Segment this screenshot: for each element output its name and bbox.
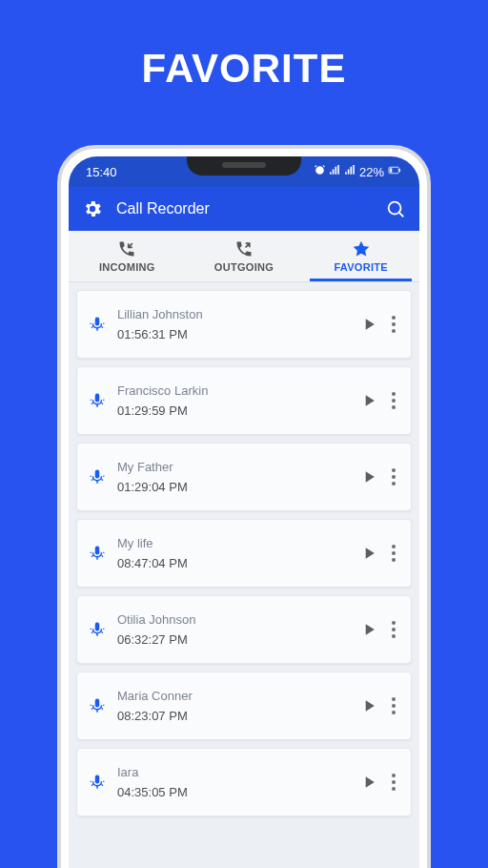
tab-outgoing-label: OUTGOING	[214, 261, 274, 273]
mic-icon	[87, 619, 108, 640]
recording-name: My Father	[117, 460, 357, 474]
alarm-icon	[314, 164, 326, 179]
more-button[interactable]	[384, 316, 403, 333]
app-title: Call Recorder	[116, 200, 210, 217]
recording-time: 08:23:07 PM	[117, 709, 357, 723]
recording-name: Francisco Larkin	[117, 383, 357, 398]
play-button[interactable]	[357, 467, 380, 486]
recording-name: Maria Conner	[117, 689, 357, 703]
play-button[interactable]	[357, 773, 380, 792]
promo-title: FAVORITE	[0, 0, 488, 92]
recording-time: 06:32:27 PM	[117, 632, 357, 647]
mic-icon	[87, 695, 108, 716]
recording-name: Iara	[117, 765, 357, 779]
settings-button[interactable]	[82, 198, 103, 219]
recording-time: 01:29:59 PM	[117, 403, 357, 418]
mic-icon	[87, 390, 108, 411]
recording-time: 01:29:04 PM	[117, 480, 357, 494]
tabs: INCOMING OUTGOING FAVORITE	[69, 231, 419, 282]
more-button[interactable]	[384, 697, 403, 714]
recording-time: 04:35:05 PM	[117, 785, 357, 799]
status-time: 15:40	[86, 165, 117, 179]
recording-name: My life	[117, 536, 357, 550]
recording-item[interactable]: Otilia Johnson 06:32:27 PM	[76, 595, 412, 664]
play-button[interactable]	[357, 315, 380, 334]
battery-icon	[387, 164, 402, 179]
mic-icon	[87, 314, 108, 335]
phone-notch	[187, 156, 301, 176]
recording-item[interactable]: Lillian Johnston 01:56:31 PM	[76, 290, 412, 359]
app-bar: Call Recorder	[69, 187, 419, 231]
signal-icon	[329, 164, 341, 179]
play-button[interactable]	[357, 544, 380, 563]
mic-icon	[87, 772, 108, 793]
svg-line-4	[399, 213, 403, 217]
battery-text: 22%	[359, 165, 384, 179]
play-button[interactable]	[357, 696, 380, 715]
mic-icon	[87, 543, 108, 564]
more-button[interactable]	[384, 392, 403, 409]
recording-time: 08:47:04 PM	[117, 556, 357, 570]
tab-favorite-label: FAVORITE	[334, 261, 388, 273]
more-button[interactable]	[384, 774, 403, 791]
more-button[interactable]	[384, 545, 403, 562]
play-button[interactable]	[357, 620, 380, 639]
mic-icon	[87, 466, 108, 487]
play-button[interactable]	[357, 391, 380, 410]
tab-outgoing[interactable]: OUTGOING	[186, 231, 303, 281]
tab-incoming[interactable]: INCOMING	[69, 231, 186, 281]
more-button[interactable]	[384, 468, 403, 486]
svg-rect-1	[399, 169, 400, 172]
recording-item[interactable]: My Father 01:29:04 PM	[76, 443, 412, 511]
recording-item[interactable]: Iara 04:35:05 PM	[76, 748, 412, 816]
recording-item[interactable]: Maria Conner 08:23:07 PM	[76, 672, 412, 740]
recording-name: Lillian Johnston	[117, 307, 357, 321]
signal-icon-2	[344, 164, 356, 179]
recording-time: 01:56:31 PM	[117, 327, 357, 341]
recording-item[interactable]: Francisco Larkin 01:29:59 PM	[76, 366, 412, 435]
svg-rect-2	[390, 168, 392, 172]
recording-name: Otilia Johnson	[117, 612, 357, 627]
phone-frame: 15:40 22% Call Recorde	[57, 145, 431, 868]
svg-point-3	[389, 202, 401, 215]
tab-favorite[interactable]: FAVORITE	[302, 231, 419, 281]
recording-item[interactable]: My life 08:47:04 PM	[76, 519, 412, 588]
tab-incoming-label: INCOMING	[99, 261, 155, 273]
more-button[interactable]	[384, 621, 403, 638]
recordings-list: Lillian Johnston 01:56:31 PM Francisco L…	[69, 282, 419, 824]
search-button[interactable]	[385, 198, 406, 219]
